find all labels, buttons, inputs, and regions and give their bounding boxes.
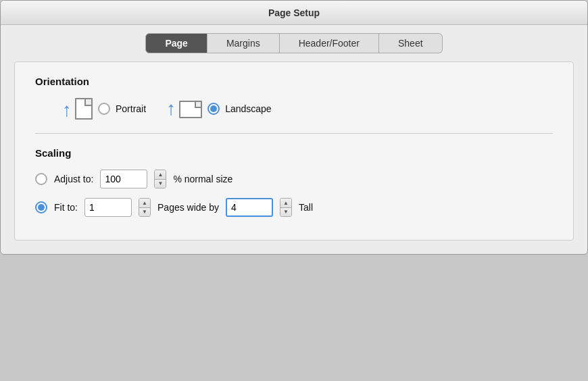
fit-to-tall-input[interactable] — [226, 198, 273, 217]
page-setup-window: Page Setup Page Margins Header/Footer Sh… — [0, 0, 588, 255]
adjust-to-stepper[interactable]: ▲ ▼ — [154, 170, 166, 188]
adjust-to-increment[interactable]: ▲ — [155, 170, 166, 180]
adjust-to-suffix: % normal size — [173, 174, 232, 184]
adjust-to-radio[interactable] — [35, 173, 47, 185]
adjust-to-label: Adjust to: — [54, 174, 93, 184]
window-title: Page Setup — [268, 7, 320, 18]
fit-to-increment[interactable]: ▲ — [139, 199, 150, 208]
orientation-row: ↑ Portrait ↑ Landscape — [35, 98, 553, 120]
fit-to-radio-dot — [38, 204, 45, 211]
tab-sheet[interactable]: Sheet — [379, 33, 443, 53]
pages-wide-label: Pages wide by — [157, 202, 219, 213]
tab-header-footer[interactable]: Header/Footer — [280, 33, 379, 53]
adjust-to-decrement[interactable]: ▼ — [155, 180, 166, 188]
scaling-title: Scaling — [35, 147, 553, 159]
tall-label: Tall — [299, 202, 313, 213]
landscape-arrow-icon: ↑ — [166, 99, 176, 118]
section-divider — [35, 133, 553, 134]
fit-to-stepper[interactable]: ▲ ▼ — [139, 198, 151, 217]
content-area: Orientation ↑ Portrait ↑ — [14, 61, 574, 240]
landscape-label: Landscape — [225, 103, 272, 114]
fit-to-decrement[interactable]: ▼ — [139, 208, 150, 217]
landscape-icon: ↑ — [166, 99, 202, 118]
adjust-to-input[interactable] — [100, 170, 147, 188]
tab-margins[interactable]: Margins — [207, 33, 280, 53]
fit-to-row: Fit to: ▲ ▼ Pages wide by ▲ ▼ Tall — [35, 198, 553, 217]
tab-page[interactable]: Page — [145, 33, 207, 53]
landscape-doc-icon — [179, 101, 202, 118]
fit-to-tall-decrement[interactable]: ▼ — [280, 208, 291, 217]
landscape-radio-dot — [210, 105, 217, 112]
portrait-label: Portrait — [116, 103, 146, 114]
adjust-to-row: Adjust to: ▲ ▼ % normal size — [35, 170, 553, 188]
fit-to-tall-increment[interactable]: ▲ — [280, 199, 291, 208]
tabs-row: Page Margins Header/Footer Sheet — [1, 25, 587, 53]
portrait-icon: ↑ — [62, 98, 93, 120]
landscape-option[interactable]: ↑ Landscape — [166, 99, 272, 118]
portrait-radio[interactable] — [98, 103, 110, 115]
title-bar: Page Setup — [1, 1, 587, 25]
portrait-doc-icon — [75, 98, 93, 120]
fit-to-pages-input[interactable] — [84, 198, 132, 217]
portrait-arrow-icon: ↑ — [62, 101, 72, 120]
portrait-option[interactable]: ↑ Portrait — [62, 98, 146, 120]
landscape-radio[interactable] — [207, 103, 220, 115]
fit-to-tall-stepper[interactable]: ▲ ▼ — [280, 198, 292, 217]
fit-to-radio[interactable] — [35, 201, 47, 213]
orientation-title: Orientation — [35, 76, 553, 87]
fit-to-label: Fit to: — [54, 202, 78, 213]
